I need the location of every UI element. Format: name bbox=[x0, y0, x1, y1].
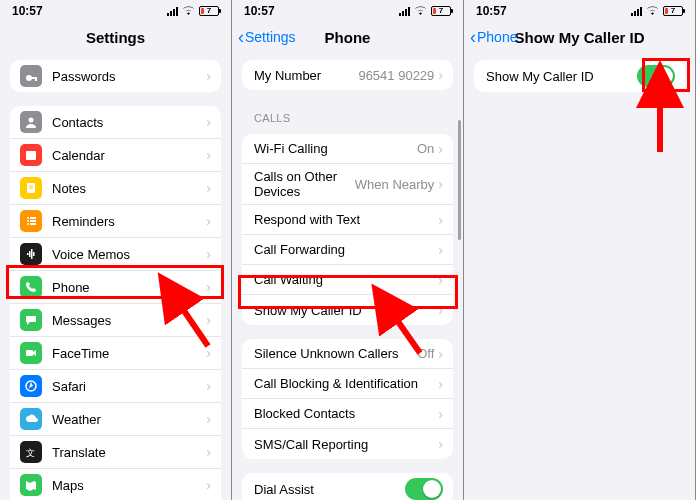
chevron-right-icon: › bbox=[438, 346, 443, 362]
chevron-right-icon: › bbox=[206, 444, 211, 460]
row-label: SMS/Call Reporting bbox=[254, 437, 438, 452]
mynumber-group: My Number 96541 90229 › bbox=[242, 60, 453, 90]
screen-phone-settings: 10:57 7 ‹Settings Phone My Number 96541 … bbox=[232, 0, 464, 500]
battery-icon: 7 bbox=[199, 6, 219, 16]
row-label: Reminders bbox=[52, 214, 206, 229]
row-label: Passwords bbox=[52, 69, 206, 84]
status-time: 10:57 bbox=[12, 4, 43, 18]
calls-header: CALLS bbox=[232, 96, 463, 128]
svg-rect-13 bbox=[30, 220, 36, 222]
scrollbar[interactable] bbox=[458, 120, 461, 240]
row-mynumber[interactable]: My Number 96541 90229 › bbox=[242, 60, 453, 90]
page-title: Settings bbox=[86, 29, 145, 46]
chevron-right-icon: › bbox=[438, 406, 443, 422]
row-waiting[interactable]: Call Waiting› bbox=[242, 265, 453, 295]
svg-rect-15 bbox=[27, 253, 29, 255]
chevron-right-icon: › bbox=[438, 272, 443, 288]
chevron-right-icon: › bbox=[206, 345, 211, 361]
svg-point-9 bbox=[27, 217, 29, 219]
row-passwords[interactable]: Passwords› bbox=[10, 60, 221, 92]
status-bar: 10:57 7 bbox=[232, 0, 463, 20]
signal-icon bbox=[399, 7, 410, 16]
row-wificall[interactable]: Wi-Fi CallingOn› bbox=[242, 134, 453, 164]
person-icon bbox=[20, 111, 42, 133]
row-label: Respond with Text bbox=[254, 212, 438, 227]
translate-icon: 文 bbox=[20, 441, 42, 463]
svg-rect-17 bbox=[31, 249, 33, 259]
row-label: Calls on Other Devices bbox=[254, 169, 355, 199]
wifi-icon bbox=[414, 6, 427, 16]
svg-rect-5 bbox=[26, 151, 36, 154]
chevron-right-icon: › bbox=[206, 68, 211, 84]
chevron-right-icon: › bbox=[438, 141, 443, 157]
row-showcallerid[interactable]: Show My Caller ID bbox=[474, 60, 685, 92]
svg-rect-19 bbox=[26, 350, 33, 356]
row-smsreport[interactable]: SMS/Call Reporting› bbox=[242, 429, 453, 459]
row-silence[interactable]: Silence Unknown CallersOff› bbox=[242, 339, 453, 369]
chevron-right-icon: › bbox=[206, 477, 211, 493]
row-label: Show My Caller ID bbox=[254, 303, 438, 318]
row-forward[interactable]: Call Forwarding› bbox=[242, 235, 453, 265]
row-label: Silence Unknown Callers bbox=[254, 346, 417, 361]
row-label: Weather bbox=[52, 412, 206, 427]
row-safari[interactable]: Safari› bbox=[10, 370, 221, 403]
row-label: Blocked Contacts bbox=[254, 406, 438, 421]
compass-icon bbox=[20, 375, 42, 397]
row-reminders[interactable]: Reminders› bbox=[10, 205, 221, 238]
chevron-right-icon: › bbox=[206, 246, 211, 262]
row-value: On bbox=[417, 141, 434, 156]
svg-rect-14 bbox=[30, 223, 36, 225]
chevron-right-icon: › bbox=[438, 212, 443, 228]
row-translate[interactable]: 文Translate› bbox=[10, 436, 221, 469]
screen-settings: 10:57 7 Settings Passwords› Contacts›Cal… bbox=[0, 0, 232, 500]
chevron-right-icon: › bbox=[438, 376, 443, 392]
row-label: Contacts bbox=[52, 115, 206, 130]
dialassist-toggle[interactable] bbox=[405, 478, 443, 500]
row-dialassist[interactable]: Dial Assist bbox=[242, 473, 453, 500]
row-label: Call Blocking & Identification bbox=[254, 376, 438, 391]
row-label: FaceTime bbox=[52, 346, 206, 361]
callerid-toggle[interactable] bbox=[637, 65, 675, 87]
note-icon bbox=[20, 177, 42, 199]
row-phone[interactable]: Phone› bbox=[10, 271, 221, 304]
row-facetime[interactable]: FaceTime› bbox=[10, 337, 221, 370]
phone-icon bbox=[20, 276, 42, 298]
row-label: Voice Memos bbox=[52, 247, 206, 262]
row-contacts[interactable]: Contacts› bbox=[10, 106, 221, 139]
dialassist-group: Dial Assist bbox=[242, 473, 453, 500]
chevron-right-icon: › bbox=[206, 147, 211, 163]
page-title: Phone bbox=[325, 29, 371, 46]
row-label: Messages bbox=[52, 313, 206, 328]
status-time: 10:57 bbox=[244, 4, 275, 18]
row-blockid[interactable]: Call Blocking & Identification› bbox=[242, 369, 453, 399]
svg-rect-12 bbox=[30, 217, 36, 219]
chevron-right-icon: › bbox=[206, 312, 211, 328]
row-voicememos[interactable]: Voice Memos› bbox=[10, 238, 221, 271]
svg-point-3 bbox=[29, 118, 34, 123]
row-notes[interactable]: Notes› bbox=[10, 172, 221, 205]
map-icon bbox=[20, 474, 42, 496]
row-calendar[interactable]: Calendar› bbox=[10, 139, 221, 172]
row-respond[interactable]: Respond with Text› bbox=[242, 205, 453, 235]
row-weather[interactable]: Weather› bbox=[10, 403, 221, 436]
row-messages[interactable]: Messages› bbox=[10, 304, 221, 337]
row-otherdev[interactable]: Calls on Other DevicesWhen Nearby› bbox=[242, 164, 453, 205]
wifi-icon bbox=[182, 6, 195, 16]
row-label: Safari bbox=[52, 379, 206, 394]
chevron-right-icon: › bbox=[438, 436, 443, 452]
row-callerid[interactable]: Show My Caller ID› bbox=[242, 295, 453, 325]
status-bar: 10:57 7 bbox=[464, 0, 695, 20]
list-icon bbox=[20, 210, 42, 232]
settings-group-1: Passwords› bbox=[10, 60, 221, 92]
chevron-right-icon: › bbox=[438, 302, 443, 318]
back-button[interactable]: ‹Phone bbox=[470, 28, 517, 46]
calendar-icon bbox=[20, 144, 42, 166]
chevron-right-icon: › bbox=[438, 176, 443, 192]
chevron-left-icon: ‹ bbox=[238, 28, 244, 46]
row-label: Call Forwarding bbox=[254, 242, 438, 257]
back-button[interactable]: ‹Settings bbox=[238, 28, 296, 46]
row-maps[interactable]: Maps› bbox=[10, 469, 221, 500]
row-blocked[interactable]: Blocked Contacts› bbox=[242, 399, 453, 429]
bubble-icon bbox=[20, 309, 42, 331]
svg-point-11 bbox=[27, 223, 29, 225]
